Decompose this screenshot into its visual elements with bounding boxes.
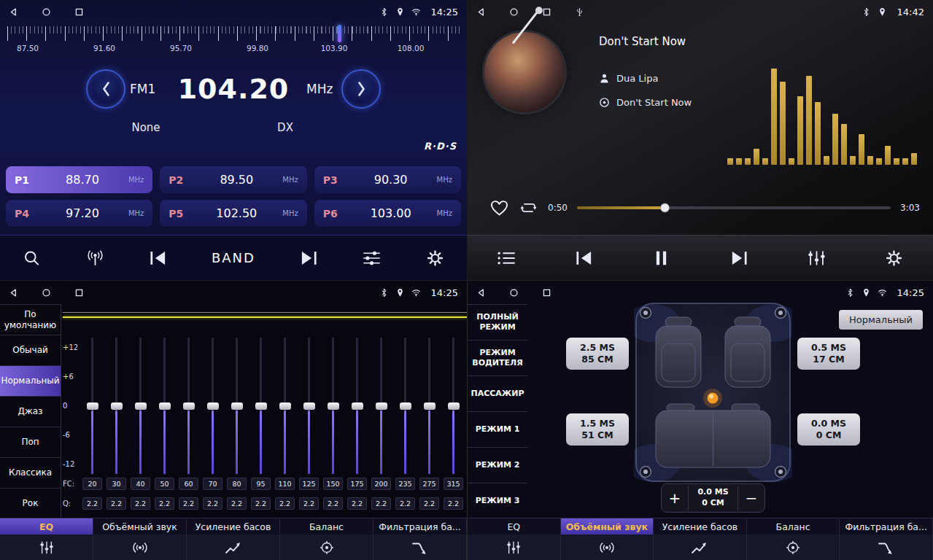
car-cabin-map[interactable] xyxy=(634,301,792,483)
eq-band-slider[interactable] xyxy=(393,338,417,474)
tab-eq[interactable]: EQ xyxy=(0,518,93,534)
recents-icon[interactable] xyxy=(542,288,551,298)
mode-item[interactable]: ПОЛНЫЙ РЕЖИМ xyxy=(468,305,527,341)
back-icon[interactable] xyxy=(9,288,18,298)
slider-knob[interactable] xyxy=(159,402,171,410)
tab-icon-cell-surround[interactable] xyxy=(93,534,187,560)
tab-icon-cell-balance[interactable] xyxy=(280,534,373,560)
home-icon[interactable] xyxy=(42,7,51,17)
seek-knob[interactable] xyxy=(660,203,670,213)
eq-preset-item[interactable]: Поп xyxy=(0,427,61,458)
tab-icon-cell-eq[interactable] xyxy=(468,534,561,560)
gear-icon[interactable] xyxy=(884,249,904,267)
tab-icon-cell-eq[interactable] xyxy=(0,534,93,560)
back-icon[interactable] xyxy=(476,7,486,17)
radio-preset-P4[interactable]: P497.20MHz xyxy=(6,200,152,227)
slider-knob[interactable] xyxy=(400,402,411,410)
eq-band-slider[interactable] xyxy=(152,338,177,474)
delay-rear-right[interactable]: 0.0 MS 0 CM xyxy=(797,413,860,446)
delay-front-left[interactable]: 2.5 MS 85 CM xyxy=(566,338,629,370)
current-preset-badge[interactable]: Нормальный xyxy=(839,310,923,330)
eq-band-slider[interactable] xyxy=(297,338,321,474)
home-icon[interactable] xyxy=(509,288,519,298)
decrease-delay-button[interactable]: − xyxy=(738,489,764,507)
back-icon[interactable] xyxy=(9,7,18,17)
home-icon[interactable] xyxy=(42,288,51,298)
tab-surround[interactable]: Объёмный звук xyxy=(93,518,187,534)
eq-preset-item[interactable]: Обычай xyxy=(0,335,61,366)
eq-band-slider[interactable] xyxy=(249,338,273,474)
seek-bar[interactable] xyxy=(577,206,891,209)
mode-item[interactable]: РЕЖИМ 2 xyxy=(468,448,527,483)
eq-preset-item[interactable]: Нормальный xyxy=(0,366,61,397)
radio-preset-P3[interactable]: P390.30MHz xyxy=(314,166,461,193)
mode-item[interactable]: РЕЖИМ 1 xyxy=(468,412,527,448)
eq-band-slider[interactable] xyxy=(104,338,128,474)
next-track-icon[interactable] xyxy=(299,249,319,267)
eq-preset-item[interactable]: Классика xyxy=(0,458,61,489)
gear-icon[interactable] xyxy=(425,249,445,267)
tab-icon-cell-filter[interactable] xyxy=(373,534,467,560)
slider-knob[interactable] xyxy=(111,402,123,410)
eq-band-slider[interactable] xyxy=(273,338,297,474)
mode-item[interactable]: РЕЖИМ 3 xyxy=(468,483,527,519)
slider-knob[interactable] xyxy=(207,402,219,410)
tab-bass[interactable]: Усиление басов xyxy=(654,518,747,534)
radio-preset-P1[interactable]: P188.70MHz xyxy=(6,166,152,193)
listening-position-dot[interactable] xyxy=(703,389,722,408)
delay-rear-left[interactable]: 1.5 MS 51 CM xyxy=(566,413,629,446)
tab-bass[interactable]: Усиление басов xyxy=(187,518,280,534)
home-icon[interactable] xyxy=(509,7,519,17)
tune-down-button[interactable] xyxy=(86,69,125,109)
tab-icon-cell-filter[interactable] xyxy=(840,534,933,560)
eq-preset-item[interactable]: По умолчанию xyxy=(0,305,61,335)
increase-delay-button[interactable]: + xyxy=(662,489,688,507)
eq-band-slider[interactable] xyxy=(369,338,393,474)
prev-track-icon[interactable] xyxy=(574,249,594,267)
eq-preset-item[interactable]: Рок xyxy=(0,489,61,519)
mixer-icon[interactable] xyxy=(807,249,826,267)
tab-balance[interactable]: Баланс xyxy=(747,518,840,534)
recents-icon[interactable] xyxy=(74,288,84,298)
slider-knob[interactable] xyxy=(135,402,147,410)
tab-icon-cell-bass[interactable] xyxy=(187,534,280,560)
eq-band-slider[interactable] xyxy=(128,338,152,474)
recents-icon[interactable] xyxy=(542,7,551,17)
tab-balance[interactable]: Баланс xyxy=(280,518,373,534)
slider-knob[interactable] xyxy=(231,402,243,410)
tune-up-button[interactable] xyxy=(341,69,381,109)
tab-filter[interactable]: Фильтрация ба... xyxy=(840,518,933,534)
tab-filter[interactable]: Фильтрация ба... xyxy=(373,518,467,534)
favorite-button[interactable] xyxy=(489,199,509,217)
eq-band-slider[interactable] xyxy=(80,338,104,474)
recents-icon[interactable] xyxy=(74,7,84,17)
repeat-button[interactable] xyxy=(519,199,538,217)
slider-knob[interactable] xyxy=(448,402,460,410)
tab-icon-cell-bass[interactable] xyxy=(654,534,747,560)
pause-icon[interactable] xyxy=(651,249,671,267)
broadcast-icon[interactable] xyxy=(85,249,105,267)
eq-preset-item[interactable]: Джаз xyxy=(0,397,61,427)
radio-preset-P6[interactable]: P6103.00MHz xyxy=(314,200,461,227)
audio-sliders-icon[interactable] xyxy=(362,249,382,267)
tab-eq[interactable]: EQ xyxy=(468,518,561,534)
slider-knob[interactable] xyxy=(328,402,339,410)
mode-item[interactable]: ПАССАЖИР xyxy=(468,376,527,412)
slider-knob[interactable] xyxy=(376,402,387,410)
slider-knob[interactable] xyxy=(303,402,315,410)
slider-knob[interactable] xyxy=(87,402,98,410)
band-button[interactable]: BAND xyxy=(212,250,255,265)
eq-band-slider[interactable] xyxy=(441,338,465,474)
eq-band-slider[interactable] xyxy=(345,338,369,474)
eq-band-slider[interactable] xyxy=(321,338,345,474)
radio-preset-P2[interactable]: P289.50MHz xyxy=(160,166,306,193)
slider-knob[interactable] xyxy=(183,402,195,410)
frequency-ruler[interactable] xyxy=(7,26,460,41)
tab-icon-cell-balance[interactable] xyxy=(747,534,840,560)
playlist-icon[interactable] xyxy=(497,249,516,267)
eq-band-slider[interactable] xyxy=(225,338,249,474)
eq-band-slider[interactable] xyxy=(417,338,441,474)
scan-icon[interactable] xyxy=(22,249,42,267)
slider-knob[interactable] xyxy=(279,402,291,410)
next-track-icon[interactable] xyxy=(729,249,749,267)
